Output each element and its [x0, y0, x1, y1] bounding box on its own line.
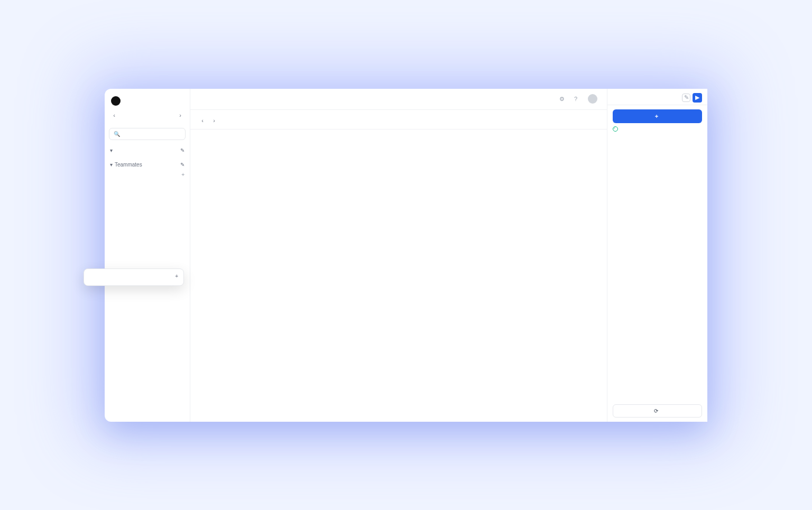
accounts-popup: + — [84, 268, 184, 286]
chevron-down-icon: ▾ — [110, 162, 113, 168]
section-label: Teammates — [115, 162, 142, 168]
check-icon — [613, 126, 618, 132]
help-icon[interactable]: ? — [571, 94, 580, 104]
calendar-header: ‹ › — [190, 110, 607, 129]
cal-prev[interactable]: ‹ — [198, 116, 207, 125]
search-teammates-input[interactable]: 🔍 — [109, 128, 186, 140]
brand-logo-icon — [111, 96, 121, 106]
brand — [109, 94, 186, 111]
play-button[interactable]: ▶ — [693, 93, 702, 103]
search-icon: 🔍 — [114, 131, 120, 137]
plus-icon: ＋ — [654, 113, 659, 120]
teammate-row: + — [109, 170, 186, 180]
pencil-icon[interactable]: ✎ — [180, 162, 184, 168]
agenda-panel: ✎ ▶ ＋ ⟳ — [607, 89, 707, 422]
calendar-grid[interactable] — [190, 129, 607, 422]
add-account-icon[interactable]: + — [175, 273, 178, 279]
scheduled-status — [607, 126, 707, 135]
plus-icon[interactable]: + — [181, 172, 184, 178]
gear-icon[interactable]: ⚙ — [557, 94, 567, 104]
avatar — [588, 94, 597, 104]
pencil-icon[interactable]: ✎ — [180, 147, 184, 153]
topbar: ⚙ ? — [190, 89, 607, 110]
minical-next[interactable]: › — [176, 111, 184, 119]
edit-task-button[interactable]: ✎ — [682, 94, 690, 102]
user-menu[interactable] — [588, 94, 601, 104]
teammates-section[interactable]: ▾Teammates ✎ — [109, 159, 186, 170]
cal-next[interactable]: › — [209, 116, 219, 125]
teammate-row — [109, 180, 186, 184]
minical-prev[interactable]: ‹ — [110, 111, 118, 119]
now-task: ✎ ▶ — [607, 89, 707, 105]
refresh-icon: ⟳ — [654, 408, 658, 414]
my-calendars-section[interactable]: ▾ ✎ — [109, 144, 186, 155]
refresh-tasks-button[interactable]: ⟳ — [613, 404, 702, 418]
chevron-down-icon: ▾ — [110, 147, 113, 153]
add-task-button[interactable]: ＋ — [613, 109, 702, 123]
